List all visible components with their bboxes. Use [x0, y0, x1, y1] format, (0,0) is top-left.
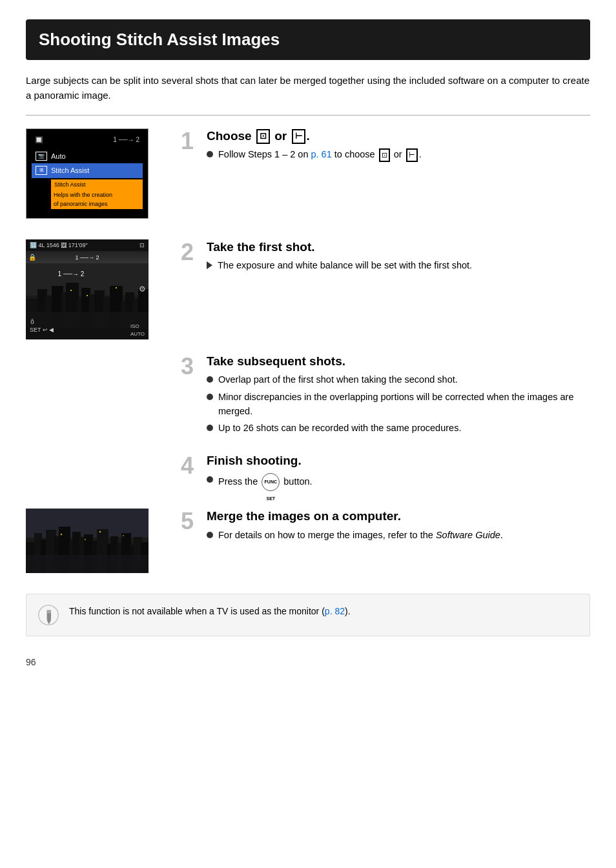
- vf-mode-icon: ⊡: [139, 241, 145, 250]
- step-3-header: 3 Take subsequent shots. Overlap part of…: [181, 354, 590, 439]
- note-text-prefix: This function is not available when a TV…: [69, 606, 325, 616]
- menu-icon-stitch: ⊞: [36, 166, 47, 175]
- inline-icon-1: ⊡: [379, 148, 390, 162]
- svg-rect-44: [26, 555, 149, 573]
- svg-point-47: [99, 531, 101, 532]
- step-4-header: 4 Finish shooting. Press the FUNCSET but…: [181, 453, 590, 494]
- note-text-suffix: ).: [345, 606, 351, 616]
- content-area: 🔲 1 ──→ 2 📷 Auto ⊞ Stitch Assist Stitch …: [26, 128, 590, 587]
- step-4-number: 4: [181, 454, 199, 478]
- page-number: 96: [26, 656, 590, 669]
- intro-text: Large subjects can be split into several…: [26, 73, 590, 103]
- svg-text:1 ──→ 2: 1 ──→ 2: [58, 270, 85, 278]
- step-5-bullet-text: For details on how to merge the images, …: [218, 529, 503, 543]
- step-1-screenshot: 🔲 1 ──→ 2 📷 Auto ⊞ Stitch Assist Stitch …: [26, 128, 149, 219]
- step-4-content: 4 Finish shooting. Press the FUNCSET but…: [181, 453, 590, 494]
- menu-items: 📷 Auto ⊞ Stitch Assist Stitch Assist Hel…: [32, 149, 143, 210]
- step-1-content-wrapper: Choose ⊡ or ⊢. Follow Steps 1 – 2 on p. …: [207, 128, 590, 165]
- step-2-content-wrapper: Take the first shot. The exposure and wh…: [207, 239, 590, 276]
- step-3-row: 3 Take subsequent shots. Overlap part of…: [26, 354, 590, 439]
- step-1-image-area: 🔲 1 ──→ 2 📷 Auto ⊞ Stitch Assist Stitch …: [26, 128, 168, 225]
- menu-top-bar: 🔲 1 ──→ 2: [32, 133, 143, 146]
- vf-settings-icon: ⚙: [139, 285, 146, 294]
- menu-label-stitch: Stitch Assist: [51, 165, 89, 176]
- step-4-bullet-text: Press the FUNCSET button.: [218, 473, 313, 491]
- bullet-dot-3-3: [207, 425, 213, 431]
- step-2-bullet-text: The exposure and white balance will be s…: [218, 259, 472, 273]
- bullet-dot-4: [207, 476, 213, 483]
- vf-bottom-bar: SET ↩ ◀ ISOAUTO: [26, 321, 149, 339]
- note-box: This function is not available when a TV…: [26, 594, 590, 636]
- section-divider: [26, 115, 590, 116]
- step-2-title: Take the first shot.: [207, 239, 590, 256]
- software-guide-italic: Software Guide: [436, 530, 500, 540]
- svg-rect-52: [47, 610, 51, 612]
- vf-image-area: 1 ──→ 2: [26, 251, 149, 328]
- menu-label-1: Auto: [51, 151, 66, 162]
- vf-bottom-left: SET ↩ ◀: [30, 326, 54, 335]
- step-5-image-area: [26, 509, 168, 573]
- menu-step-indicator: 1 ──→ 2: [113, 135, 139, 145]
- step-2-bullet-1: The exposure and white balance will be s…: [207, 259, 590, 273]
- step-2-image-area: 🔢 4L 1546 🖼 171'09" ⊡ 🔒 ô 1 ──→ 2: [26, 239, 168, 339]
- vf-iso: 🔢 4L 1546 🖼 171'09": [30, 241, 88, 250]
- step-1-bullet-1: Follow Steps 1 – 2 on p. 61 to choose ⊡ …: [207, 148, 590, 162]
- svg-point-46: [85, 539, 86, 540]
- inline-icon-2: ⊢: [406, 148, 418, 162]
- step-3-bullet-3: Up to 26 shots can be recorded with the …: [207, 421, 590, 436]
- step-5-content: 5 Merge the images on a computer. For de…: [181, 509, 590, 545]
- svg-marker-51: [47, 620, 51, 624]
- step-2-number: 2: [181, 241, 199, 264]
- step-4-content-wrapper: Finish shooting. Press the FUNCSET butto…: [207, 453, 590, 494]
- note-icon: [37, 603, 60, 627]
- step-1-title: Choose ⊡ or ⊢.: [207, 128, 590, 145]
- step-1-bullets: Follow Steps 1 – 2 on p. 61 to choose ⊡ …: [207, 148, 590, 162]
- link-p61[interactable]: p. 61: [311, 149, 331, 159]
- step-2-bullets: The exposure and white balance will be s…: [207, 259, 590, 273]
- svg-rect-53: [47, 612, 50, 613]
- menu-top-icons: 🔲: [35, 135, 43, 145]
- vf-left-icons: 🔒 ô: [28, 251, 36, 328]
- bullet-dot: [207, 151, 213, 157]
- bullet-dot-3-2: [207, 394, 213, 400]
- step-5-screenshot: [26, 509, 149, 573]
- svg-point-21: [87, 295, 88, 296]
- step-3-title: Take subsequent shots.: [207, 354, 590, 370]
- step-2-header: 2 Take the first shot. The exposure and …: [181, 239, 590, 276]
- menu-item-1: 📷 Auto: [32, 149, 143, 164]
- svg-point-48: [123, 535, 124, 536]
- menu-tooltip-desc: Helps with the creationof panoramic imag…: [51, 190, 143, 209]
- func-set-button-icon: FUNCSET: [262, 473, 280, 491]
- step-2-row: 🔢 4L 1546 🖼 171'09" ⊡ 🔒 ô 1 ──→ 2: [26, 239, 590, 339]
- step-4-row: 4 Finish shooting. Press the FUNCSET but…: [26, 453, 590, 494]
- step-3-bullet-text-2: Minor discrepancies in the overlapping p…: [218, 390, 590, 419]
- step-1-row: 🔲 1 ──→ 2 📷 Auto ⊞ Stitch Assist Stitch …: [26, 128, 590, 225]
- step-3-content: 3 Take subsequent shots. Overlap part of…: [181, 354, 590, 439]
- menu-tooltip-title: Stitch Assist: [51, 179, 143, 191]
- svg-point-45: [61, 534, 62, 535]
- cityscape-svg: 1 ──→ 2: [26, 263, 149, 328]
- step-5-row: 5 Merge the images on a computer. For de…: [26, 509, 590, 573]
- step-3-bullet-1: Overlap part of the first shot when taki…: [207, 373, 590, 387]
- step-3-bullets: Overlap part of the first shot when taki…: [207, 373, 590, 436]
- vf-right-icon: ⚙: [139, 283, 146, 295]
- vf-bottom-right: ISOAUTO: [130, 323, 145, 338]
- step-5-bullets: For details on how to merge the images, …: [207, 529, 590, 543]
- panoramic-svg: [26, 509, 149, 573]
- step-1-bullet-text: Follow Steps 1 – 2 on p. 61 to choose ⊡ …: [218, 148, 422, 162]
- pencil-svg-icon: [38, 605, 59, 625]
- vf-icon-top: 🔒: [28, 252, 36, 262]
- step-3-bullet-text-1: Overlap part of the first shot when taki…: [218, 373, 458, 387]
- svg-point-22: [116, 287, 117, 288]
- step-3-content-wrapper: Take subsequent shots. Overlap part of t…: [207, 354, 590, 439]
- page-title-box: Shooting Stitch Assist Images: [26, 19, 590, 60]
- step-1-header: 1 Choose ⊡ or ⊢. Follow Steps 1 – 2 on p…: [181, 128, 590, 165]
- step-4-bullet-1: Press the FUNCSET button.: [207, 473, 590, 491]
- page-title: Shooting Stitch Assist Images: [39, 27, 577, 52]
- step-1-number: 1: [181, 130, 199, 153]
- menu-item-stitch: ⊞ Stitch Assist: [32, 163, 143, 178]
- link-p82[interactable]: p. 82: [325, 606, 345, 616]
- step-3-number: 3: [181, 355, 199, 378]
- step-2-content: 2 Take the first shot. The exposure and …: [181, 239, 590, 276]
- step-4-title: Finish shooting.: [207, 453, 590, 469]
